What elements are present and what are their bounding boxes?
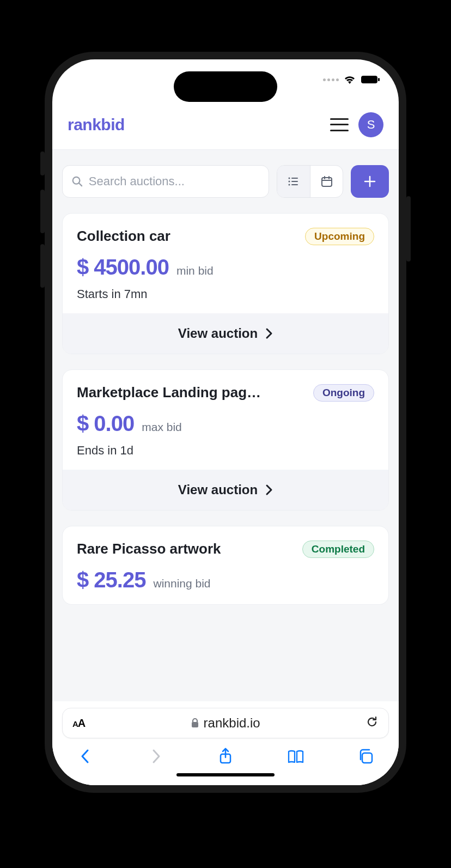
auction-price: $ 0.00 bbox=[77, 411, 134, 436]
phone-power-button bbox=[406, 196, 411, 262]
svg-rect-5 bbox=[291, 178, 298, 179]
view-auction-label: View auction bbox=[178, 326, 258, 341]
chevron-right-icon bbox=[265, 327, 273, 339]
dynamic-island bbox=[174, 71, 277, 102]
reload-icon bbox=[365, 715, 379, 729]
wifi-icon bbox=[343, 75, 356, 84]
share-button[interactable] bbox=[216, 747, 235, 766]
search-input[interactable] bbox=[89, 174, 260, 189]
toolbar bbox=[62, 165, 389, 198]
menu-icon[interactable] bbox=[330, 118, 349, 131]
browser-toolbar bbox=[62, 738, 389, 768]
book-icon bbox=[287, 749, 304, 764]
auction-title: Marketplace Landing page first... bbox=[77, 384, 262, 401]
chevron-right-icon bbox=[265, 484, 273, 496]
auction-title: Rare Picasso artwork bbox=[77, 541, 221, 557]
list-icon bbox=[287, 175, 300, 188]
svg-rect-16 bbox=[192, 722, 198, 727]
svg-rect-7 bbox=[291, 181, 298, 182]
back-button[interactable] bbox=[76, 747, 95, 766]
reader-button[interactable]: AA bbox=[72, 717, 85, 730]
svg-rect-18 bbox=[362, 753, 372, 763]
new-auction-button[interactable] bbox=[351, 165, 389, 198]
forward-button[interactable] bbox=[147, 747, 165, 766]
price-label: max bid bbox=[142, 421, 182, 434]
lock-icon bbox=[191, 718, 199, 729]
view-auction-label: View auction bbox=[178, 482, 258, 497]
tabs-button[interactable] bbox=[356, 747, 375, 766]
auction-card: Rare Picasso artwork Completed $ 25.25 w… bbox=[62, 526, 389, 605]
search-icon bbox=[71, 175, 83, 188]
avatar[interactable]: S bbox=[358, 112, 383, 137]
battery-icon bbox=[361, 75, 380, 84]
svg-rect-1 bbox=[378, 78, 380, 81]
view-auction-button[interactable]: View auction bbox=[63, 313, 388, 354]
auction-card: Marketplace Landing page first... Ongoin… bbox=[62, 369, 389, 511]
share-icon bbox=[218, 748, 233, 765]
status-badge: Ongoing bbox=[313, 384, 374, 402]
auction-meta: Ends in 1d bbox=[77, 444, 374, 458]
app-logo[interactable]: rankbid bbox=[68, 116, 125, 134]
url-text: rankbid.io bbox=[204, 715, 260, 731]
list-view-button[interactable] bbox=[277, 166, 310, 197]
home-indicator[interactable] bbox=[176, 773, 275, 776]
phone-screen: rankbid S bbox=[52, 59, 399, 785]
auction-price: $ 25.25 bbox=[77, 568, 145, 592]
phone-frame: rankbid S bbox=[45, 52, 406, 793]
svg-rect-0 bbox=[361, 76, 377, 83]
tabs-icon bbox=[357, 748, 374, 764]
bookmarks-button[interactable] bbox=[287, 747, 305, 766]
status-badge: Completed bbox=[302, 541, 374, 558]
auction-price: $ 4500.00 bbox=[77, 255, 169, 280]
phone-volume-down bbox=[40, 244, 45, 288]
auction-meta: Starts in 7mn bbox=[77, 287, 374, 301]
price-label: winning bid bbox=[153, 577, 210, 590]
safari-chrome: AA rankbid.io bbox=[52, 701, 399, 785]
view-toggle bbox=[277, 165, 343, 198]
auction-card: Collection car Upcoming $ 4500.00 min bi… bbox=[62, 213, 389, 354]
view-auction-button[interactable]: View auction bbox=[63, 470, 388, 510]
svg-point-8 bbox=[289, 184, 290, 186]
reload-button[interactable] bbox=[365, 715, 379, 731]
url-bar[interactable]: AA rankbid.io bbox=[62, 708, 389, 738]
chevron-left-icon bbox=[80, 748, 91, 764]
status-badge: Upcoming bbox=[305, 228, 374, 245]
calendar-icon bbox=[320, 175, 333, 188]
price-label: min bid bbox=[176, 264, 214, 277]
plus-icon bbox=[363, 174, 377, 189]
auction-title: Collection car bbox=[77, 228, 170, 245]
svg-point-6 bbox=[289, 181, 290, 183]
app-header: rankbid S bbox=[52, 100, 399, 150]
chevron-right-icon bbox=[150, 748, 161, 764]
svg-rect-9 bbox=[291, 184, 298, 185]
svg-line-3 bbox=[79, 183, 82, 186]
cellular-icon bbox=[323, 78, 339, 81]
search-field[interactable] bbox=[62, 165, 269, 198]
svg-point-4 bbox=[289, 178, 290, 179]
content-area: Collection car Upcoming $ 4500.00 min bi… bbox=[52, 150, 399, 701]
calendar-view-button[interactable] bbox=[310, 166, 343, 197]
svg-rect-10 bbox=[322, 178, 332, 186]
phone-volume-up bbox=[40, 190, 45, 233]
phone-side-button bbox=[40, 151, 45, 175]
